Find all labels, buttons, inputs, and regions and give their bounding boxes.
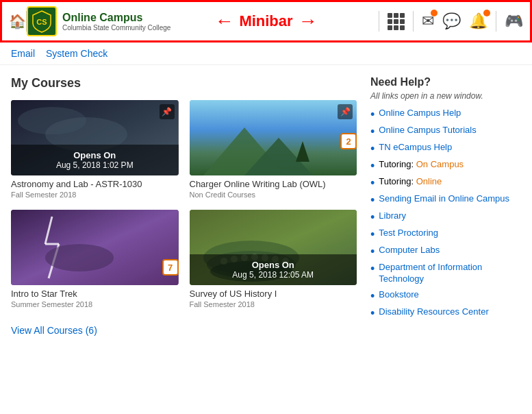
badge-trek: 7 [162, 259, 179, 276]
logo-shield: CS [27, 6, 57, 36]
svg-point-12 [45, 244, 114, 271]
help-item-1: • Online Campus Help [370, 108, 521, 121]
badge-owl: 2 [340, 133, 357, 149]
course-name-history: Survey of US History I [190, 289, 357, 299]
email-icon[interactable]: ✉ [422, 12, 434, 30]
course-name-trek: Intro to Star Trek [11, 289, 179, 299]
course-thumb-trek [11, 210, 179, 285]
course-thumb-history: Opens On Aug 5, 2018 12:05 AM [190, 210, 357, 285]
right-panel: Need Help? All links open in a new windo… [370, 76, 521, 336]
email-badge [431, 10, 438, 16]
help-link-tn-ecampus[interactable]: TN eCampus Help [379, 142, 452, 154]
help-link-computer-labs[interactable]: Computer Labs [379, 245, 440, 256]
help-link-library[interactable]: Library [379, 210, 406, 222]
help-list: • Online Campus Help • Online Campus Tut… [370, 108, 521, 319]
course-name-owl: Charger Online Writing Lab (OWL) [190, 179, 357, 189]
help-item-12: • Disability Resources Center [370, 306, 521, 319]
course-sem-history: Fall Semester 2018 [190, 300, 357, 308]
help-link-online-campus-help[interactable]: Online Campus Help [379, 108, 461, 119]
course-thumb-astro: 📌 Opens On Aug 5, 2018 1:02 PM [11, 100, 179, 175]
nav-email[interactable]: Email [11, 48, 35, 59]
home-icon[interactable]: 🏠 [9, 13, 26, 29]
bullet-icon: • [370, 211, 375, 223]
help-item-6: • Sending Email in Online Campus [370, 193, 521, 206]
header: 🏠 CS Online Campus Columbia State Commun… [0, 0, 532, 42]
grid-icon[interactable] [388, 13, 405, 30]
course-overlay-astro: Opens On Aug 5, 2018 1:02 PM [11, 145, 179, 175]
course-sem-astro: Fall Semester 2018 [11, 191, 179, 199]
course-card-owl[interactable]: 📌 2 Charger Online Writing Lab (OWL) Non… [190, 100, 357, 199]
avatar-icon[interactable]: 🎮 [505, 12, 523, 30]
help-title: Need Help? [370, 76, 521, 88]
course-overlay-history: Opens On Aug 5, 2018 12:05 AM [190, 254, 357, 285]
opens-on-label: Opens On [14, 150, 176, 160]
bullet-icon: • [370, 177, 375, 189]
bell-badge [483, 10, 490, 16]
bullet-icon: • [370, 245, 375, 258]
bell-icon[interactable]: 🔔 [469, 12, 487, 30]
left-panel: My Courses [11, 76, 357, 336]
help-item-9: • Computer Labs [370, 245, 521, 258]
divider [379, 11, 379, 32]
nav-bar: Email System Check [0, 42, 532, 65]
help-link-online[interactable]: Online [416, 176, 442, 186]
help-item-4: • Tutoring: On Campus [370, 159, 521, 172]
tutoring-online-label: Tutoring: Online [379, 176, 442, 188]
help-subtitle: All links open in a new window. [370, 91, 521, 101]
divider [496, 11, 496, 32]
bullet-icon: • [370, 194, 375, 206]
help-link-test-proctoring[interactable]: Test Proctoring [379, 228, 438, 239]
view-all-courses-link[interactable]: View All Courses (6) [11, 325, 97, 336]
help-item-5: • Tutoring: Online [370, 176, 521, 189]
course-name-astro: Astronomy and Lab - ASTR-1030 [11, 179, 179, 189]
bullet-icon: • [370, 290, 375, 302]
help-link-disability[interactable]: Disability Resources Center [379, 306, 488, 318]
logo: CS Online Campus Columbia State Communit… [27, 6, 379, 36]
pin-icon-owl: 📌 [338, 104, 353, 119]
help-item-7: • Library [370, 210, 521, 223]
main-content: My Courses [0, 65, 532, 347]
bullet-icon: • [370, 108, 375, 121]
chat-icon[interactable]: 💬 [442, 12, 461, 30]
logo-subtitle: Columbia State Community College [62, 24, 170, 32]
my-courses-title: My Courses [11, 76, 357, 90]
nav-system-check[interactable]: System Check [46, 48, 107, 59]
logo-title: Online Campus [62, 12, 170, 24]
bullet-icon: • [370, 307, 375, 319]
course-thumb-owl: 📌 [190, 100, 357, 175]
help-item-10: • Department of Information Technology [370, 262, 521, 285]
tutoring-on-label: Tutoring: On Campus [379, 159, 464, 171]
bullet-icon: • [370, 143, 375, 155]
svg-text:CS: CS [36, 18, 47, 26]
course-sem-trek: Summer Semester 2018 [11, 300, 179, 308]
course-card-astro[interactable]: 📌 Opens On Aug 5, 2018 1:02 PM Astronomy… [11, 100, 179, 199]
course-card-trek[interactable]: 7 Intro to Star Trek Summer Semester 201… [11, 210, 179, 308]
help-link-on-campus[interactable]: On Campus [416, 159, 464, 169]
pin-icon: 📌 [160, 104, 175, 119]
help-item-11: • Bookstore [370, 289, 521, 302]
help-item-2: • Online Campus Tutorials [370, 125, 521, 138]
course-sem-owl: Non Credit Courses [190, 191, 357, 199]
bullet-icon: • [370, 160, 375, 172]
help-link-online-campus-tutorials[interactable]: Online Campus Tutorials [379, 125, 476, 136]
divider [413, 11, 414, 32]
help-link-sending-email[interactable]: Sending Email in Online Campus [379, 193, 509, 205]
help-item-8: • Test Proctoring [370, 228, 521, 241]
opens-on-date-astro: Aug 5, 2018 1:02 PM [14, 160, 176, 170]
help-link-bookstore[interactable]: Bookstore [379, 289, 419, 301]
header-icons: ✉ 💬 🔔 🎮 [379, 11, 523, 32]
bullet-icon: • [370, 125, 375, 138]
logo-text: Online Campus Columbia State Community C… [62, 12, 170, 32]
bullet-icon: • [370, 263, 375, 275]
opens-on-label2: Opens On [192, 260, 355, 270]
help-link-dept-info-tech[interactable]: Department of Information Technology [379, 262, 521, 285]
courses-grid: 📌 Opens On Aug 5, 2018 1:02 PM Astronomy… [11, 100, 357, 308]
bullet-icon: • [370, 228, 375, 241]
opens-on-date-history: Aug 5, 2018 12:05 AM [192, 270, 355, 280]
help-item-3: • TN eCampus Help [370, 142, 521, 155]
course-card-history[interactable]: Opens On Aug 5, 2018 12:05 AM Survey of … [190, 210, 357, 308]
